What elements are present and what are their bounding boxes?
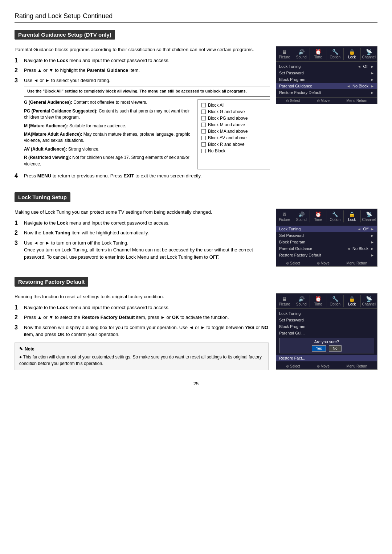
tab-sound-lt: 🔊 Sound <box>293 210 310 222</box>
menu-row-block-program: Block Program ► <box>276 76 377 83</box>
rf-step-3: 3 Now the screen will display a dialog b… <box>15 324 269 338</box>
main-title-text: Rating and Lock Setup <box>15 12 81 20</box>
rating-block-g: Block G and above <box>201 109 266 114</box>
lt-step-2: 2 Now the Lock Tuning item will be highl… <box>15 229 269 237</box>
page-number: 25 <box>15 381 377 386</box>
lock-tuning-intro: Making use of Lock Tuning you can protec… <box>15 209 269 216</box>
tab-lock: 🔒 Lock <box>344 48 361 60</box>
lock-tuning-content: Making use of Lock Tuning you can protec… <box>15 209 377 267</box>
tv-menu-lt: 🖥 Picture 🔊 Sound ⏰ Time 🔧 Option <box>276 209 377 267</box>
tv-menu-header-pg: 🖥 Picture 🔊 Sound ⏰ Time 🔧 Option <box>276 46 377 62</box>
lt-tv-menu: 🖥 Picture 🔊 Sound ⏰ Time 🔧 Option <box>276 209 377 267</box>
dialog-buttons: Yes No <box>282 345 371 352</box>
tv-menu-footer-pg: ⊙ Select ⊙ Move Menu Return <box>276 97 377 104</box>
restore-factory-content: Running this function to reset all setti… <box>15 293 377 370</box>
menu-row-set-password-lt: Set Password ► <box>276 232 377 239</box>
lt-step-1: 1 Navigate to the Lock menu and input th… <box>15 219 269 227</box>
tab-time: ⏰ Time <box>310 48 327 60</box>
tv-menu-header-lt: 🖥 Picture 🔊 Sound ⏰ Time 🔧 Option <box>276 209 377 224</box>
menu-row-block-program-lt: Block Program ► <box>276 239 377 245</box>
tab-option: 🔧 Option <box>327 48 344 60</box>
menu-row-block-program-rf: Block Program <box>276 323 377 330</box>
menu-row-set-password-rf: Set Password <box>276 317 377 323</box>
tv-menu-body-rf: Lock Tuning Set Password Block Program P… <box>276 309 377 363</box>
tab-picture: 🖥 Picture <box>276 48 293 60</box>
pg-step-4: 4 Press MENU to return to previous menu.… <box>15 172 270 180</box>
tab-channel-lt: 📡 Channel <box>361 210 377 222</box>
tab-picture-rf: 🖥 Picture <box>276 295 293 307</box>
tab-lock-rf: 🔒 Lock <box>344 295 361 307</box>
pg-ratings-list: Block All Block G and above Block PG and… <box>197 99 270 169</box>
rf-tv-menu: 🖥 Picture 🔊 Sound ⏰ Time 🔧 Option <box>276 293 377 370</box>
tv-menu-rf: 🖥 Picture 🔊 Sound ⏰ Time 🔧 Option <box>276 293 377 370</box>
menu-row-restore-rf: Restore Fact... <box>276 355 377 361</box>
menu-row-restore-lt: Restore Factory Default ► <box>276 252 377 258</box>
menu-row-set-password: Set Password ► <box>276 70 377 76</box>
lock-tuning-text: Making use of Lock Tuning you can protec… <box>15 209 269 267</box>
rf-step-2: 2 Press ▲ or ▼ to select the Restore Fac… <box>15 314 269 321</box>
tab-channel: 📡 Channel <box>361 48 377 60</box>
tv-menu-header-rf: 🖥 Picture 🔊 Sound ⏰ Time 🔧 Option <box>276 294 377 309</box>
rating-block-r: Block R and above <box>201 142 266 147</box>
pg-intro: Parental Guidance blocks programs accord… <box>15 46 270 53</box>
tab-channel-rf: 📡 Channel <box>361 295 377 307</box>
parental-guidance-header: Parental Guidance Setup (DTV only) <box>15 30 115 40</box>
pg-step-3: 3 Use ◄ or ► to select your desired rati… <box>15 77 270 97</box>
dialog-no-button[interactable]: No <box>329 345 342 352</box>
rf-step-1: 1 Navigate to the Lock menu and input th… <box>15 304 269 311</box>
pg-descriptions: G (General Audiences): Content not offen… <box>24 99 194 169</box>
tab-sound-rf: 🔊 Sound <box>293 295 310 307</box>
menu-row-parental-guidance-lt: Parental Guidance ◄ No Block ► <box>276 245 377 252</box>
menu-row-restore-pg: Restore Factory Default ► <box>276 89 377 96</box>
tab-option-lt: 🔧 Option <box>327 210 344 222</box>
note-text: ● This function will clear most of your … <box>19 354 264 367</box>
menu-row-lock-tuning-rf: Lock Tuning <box>276 310 377 317</box>
tab-time-rf: ⏰ Time <box>310 295 327 307</box>
rating-block-ma: Block MA and above <box>201 129 266 134</box>
parental-guidance-section: Parental Guidance Setup (DTV only) Paren… <box>15 30 377 182</box>
tv-menu-footer-rf: ⊙ Select ⊙ Move Menu Return <box>276 363 377 369</box>
dialog-yes-button[interactable]: Yes <box>312 345 326 352</box>
parental-guidance-left: Parental Guidance blocks programs accord… <box>15 46 270 182</box>
restore-factory-intro: Running this function to reset all setti… <box>15 293 269 300</box>
page-title: Rating and Lock Setup Continued <box>15 11 377 23</box>
tv-menu-body-pg: Lock Tuning ◄ Off ► Set Password ► Block… <box>276 62 377 97</box>
lt-step-3: 3 Use ◄ or ► to turn on or turn off the … <box>15 239 269 261</box>
rating-block-av: Block AV and above <box>201 135 266 140</box>
rating-block-pg: Block PG and above <box>201 116 266 121</box>
tab-sound: 🔊 Sound <box>293 48 310 60</box>
warning-box: Use the "Block All" setting to completel… <box>24 86 270 97</box>
tab-time-lt: ⏰ Time <box>310 210 327 222</box>
tab-picture-lt: 🖥 Picture <box>276 210 293 222</box>
dialog-title: Are you sure? <box>282 340 371 344</box>
note-block: ✎ Note ● This function will clear most o… <box>15 342 269 370</box>
tv-menu-body-lt: Lock Tuning ◄ Off ► Set Password ► Block… <box>276 224 377 260</box>
rating-block-all: Block All <box>201 103 266 108</box>
tv-menu-pg: 🖥 Picture 🔊 Sound ⏰ Time 🔧 Option <box>276 46 377 104</box>
tab-lock-lt: 🔒 Lock <box>344 210 361 222</box>
tv-menu-footer-lt: ⊙ Select ⊙ Move Menu Return <box>276 260 377 266</box>
menu-row-lock-tuning: Lock Tuning ◄ Off ► <box>276 63 377 70</box>
rating-no-block: No Block <box>201 148 266 153</box>
restore-factory-text: Running this function to reset all setti… <box>15 293 269 370</box>
restore-factory-section: Restoring Factory Default Running this f… <box>15 277 377 370</box>
tv-dialog-confirm: Are you sure? Yes No <box>279 338 374 353</box>
lock-tuning-header: Lock Tuning Setup <box>15 192 70 202</box>
menu-row-with-dialog: Parental Gui... Are you sure? Yes No <box>276 330 377 353</box>
menu-row-parental-guidance: Parental Guidance ◄ No Block ► <box>276 83 377 89</box>
menu-row-lock-tuning-lt: Lock Tuning ◄ Off ► <box>276 226 377 232</box>
pg-step-2: 2 Press ▲ or ▼ to highlight the Parental… <box>15 67 270 74</box>
lock-tuning-section: Lock Tuning Setup Making use of Lock Tun… <box>15 192 377 267</box>
menu-row-parental-guidance-rf: Parental Gui... <box>276 330 377 336</box>
rating-checkbox <box>201 103 206 107</box>
note-title: ✎ Note <box>19 346 264 352</box>
tab-option-rf: 🔧 Option <box>327 295 344 307</box>
rating-block-m: Block M and above <box>201 122 266 127</box>
pg-step-1: 1 Navigate to the Lock menu and input th… <box>15 57 270 64</box>
pg-tv-menu: 🖥 Picture 🔊 Sound ⏰ Time 🔧 Option <box>276 46 377 182</box>
continued-label: Continued <box>83 12 113 20</box>
restore-factory-header: Restoring Factory Default <box>15 277 88 287</box>
